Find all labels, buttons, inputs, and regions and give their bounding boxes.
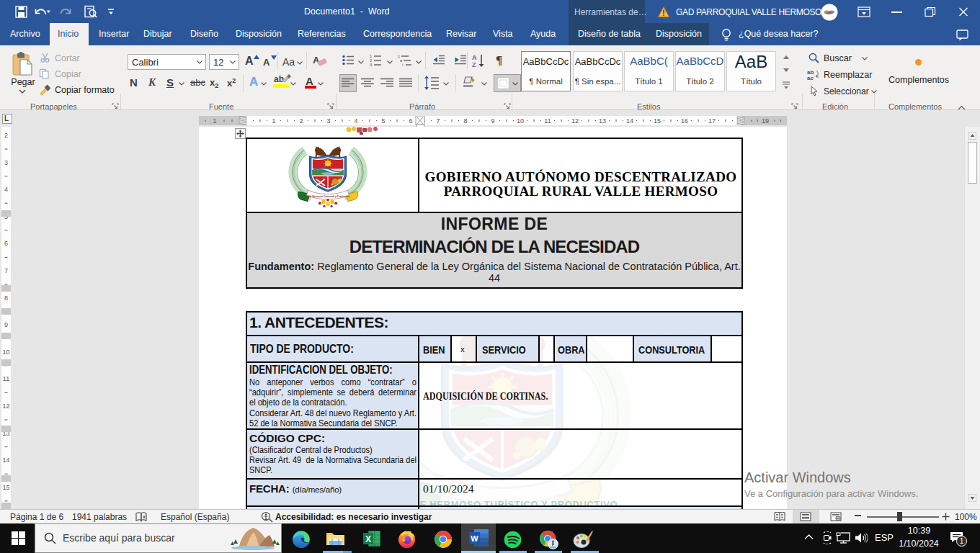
svg-text:10: 10 bbox=[517, 117, 524, 125]
svg-text:3: 3 bbox=[326, 117, 330, 125]
svg-text:4: 4 bbox=[354, 117, 357, 125]
svg-text:Valle Hermoso Cantonal y Produ: Valle Hermoso Cantonal y Productivo bbox=[306, 195, 349, 198]
svg-text:19: 19 bbox=[762, 117, 769, 125]
svg-text:7: 7 bbox=[4, 267, 8, 274]
svg-text:12: 12 bbox=[571, 117, 579, 125]
svg-text:8: 8 bbox=[4, 295, 8, 302]
svg-text:7: 7 bbox=[436, 117, 440, 125]
svg-text:14: 14 bbox=[2, 457, 9, 464]
svg-text:1: 1 bbox=[272, 117, 275, 125]
svg-text:A: A bbox=[472, 54, 477, 61]
svg-text:16: 16 bbox=[681, 117, 688, 125]
svg-text:11: 11 bbox=[544, 117, 551, 125]
svg-text:1: 1 bbox=[213, 117, 216, 125]
svg-text:10: 10 bbox=[2, 349, 9, 356]
svg-text:15: 15 bbox=[654, 117, 661, 125]
svg-text:9: 9 bbox=[491, 117, 494, 125]
svg-text:11: 11 bbox=[3, 375, 9, 382]
svg-text:14: 14 bbox=[626, 117, 633, 125]
svg-text:x: x bbox=[143, 514, 146, 519]
svg-text:12: 12 bbox=[2, 403, 9, 410]
svg-text:2: 2 bbox=[4, 132, 8, 139]
svg-text:3: 3 bbox=[4, 159, 8, 166]
svg-text:9: 9 bbox=[4, 321, 8, 328]
svg-text:17: 17 bbox=[708, 117, 716, 125]
svg-text:X: X bbox=[365, 534, 371, 544]
svg-text:13: 13 bbox=[599, 117, 606, 125]
svg-text:W: W bbox=[471, 534, 478, 543]
svg-text:8: 8 bbox=[463, 117, 467, 125]
svg-text:Z: Z bbox=[472, 61, 476, 68]
svg-text:i: i bbox=[402, 63, 403, 66]
svg-text:2: 2 bbox=[299, 117, 303, 125]
svg-text:6: 6 bbox=[409, 117, 412, 125]
svg-text:3: 3 bbox=[370, 63, 372, 66]
svg-text:ac: ac bbox=[807, 75, 814, 80]
svg-text:5: 5 bbox=[381, 117, 385, 125]
svg-text:6: 6 bbox=[4, 240, 8, 247]
svg-text:4: 4 bbox=[4, 186, 8, 193]
svg-text:15: 15 bbox=[2, 484, 9, 491]
